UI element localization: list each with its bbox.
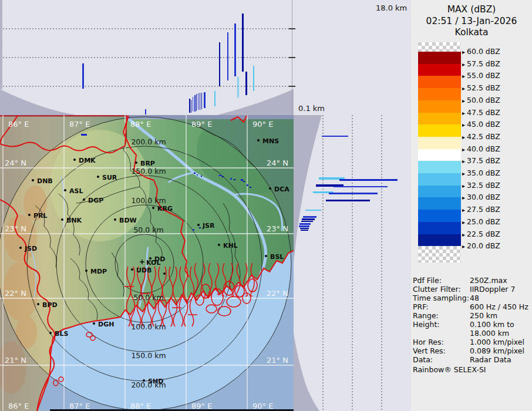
- info-value: 1.000 km/pixel: [470, 338, 524, 346]
- echo-bar: [299, 225, 309, 227]
- echo-bar: [305, 210, 321, 211]
- radar-display-window: 18.0 km 0.1 km: [0, 0, 532, 411]
- info-value: 600 Hz / 450 Hz: [470, 302, 528, 311]
- echo-pixel: [250, 187, 251, 188]
- scale-tick-arrow-icon: ▸: [462, 73, 465, 79]
- city-label: BRP: [140, 160, 155, 167]
- echo-bar: [302, 218, 315, 220]
- xz-projection-plot: [0, 0, 294, 115]
- range-ring-label: 100.0 km: [131, 196, 166, 205]
- scale-label: 35.0 dBZ: [467, 169, 500, 177]
- height-tick: [289, 57, 295, 58]
- info-value: 250 km: [470, 311, 497, 320]
- min-height-label: 0.1 km: [298, 104, 325, 113]
- city-label: BLS: [55, 330, 68, 338]
- city-marker: [152, 207, 154, 209]
- scale-label-row: ▸60.0 dBZ: [462, 47, 500, 56]
- latitude-label: 22° N: [267, 289, 288, 298]
- city-marker: [73, 159, 76, 161]
- scale-label: 20.0 dBZ: [467, 241, 500, 250]
- longitude-label: 89° E: [191, 402, 212, 410]
- colorbar-cell: [418, 186, 461, 198]
- city-label: BSL: [270, 253, 284, 261]
- city-marker: [97, 176, 99, 178]
- info-row: PRF:600 Hz / 450 Hz: [413, 302, 532, 311]
- range-ring-label: 100.0 km: [131, 322, 166, 331]
- echo-bar: [194, 95, 196, 112]
- scan-datetime: 02:51 / 13-Jan-2026: [411, 16, 532, 28]
- info-row: Pdf File:250Z.max: [413, 276, 532, 285]
- range-ring-label: 150.0 km: [131, 167, 166, 176]
- echo-pixel: [243, 181, 245, 182]
- scale-tick-arrow-icon: ▸: [462, 134, 465, 140]
- city-label: MDP: [90, 268, 107, 275]
- echo-bar: [301, 221, 313, 222]
- colorbar-cell: [418, 76, 461, 88]
- city-marker: [32, 179, 34, 181]
- city-label: JSR: [202, 222, 215, 230]
- echo-bar: [253, 66, 254, 91]
- scale-tick-arrow-icon: ▸: [462, 122, 465, 128]
- info-row: Height:0.100 km to: [413, 320, 532, 329]
- legend-panel: MAX (dBZ) 02:51 / 13-Jan-2026 Kolkata ▸6…: [411, 0, 532, 411]
- beam-shadow-left-edge: [0, 0, 2, 89]
- software-name: Rainbow® SELEX-SI: [413, 365, 486, 374]
- info-value: 250Z.max: [470, 276, 507, 285]
- scale-label: 27.5 dBZ: [467, 205, 500, 214]
- city-label: JSD: [24, 245, 37, 252]
- city-label: BDW: [119, 217, 137, 224]
- scale-label-row: ▸47.5 dBZ: [462, 108, 500, 117]
- scale-label: 57.5 dBZ: [467, 59, 500, 68]
- echo-bar: [322, 136, 348, 137]
- city-marker: [114, 218, 116, 221]
- echo-bar: [200, 93, 200, 110]
- scale-label-row: ▸40.0 dBZ: [462, 144, 500, 153]
- echo-bar: [191, 100, 191, 113]
- scale-label: 25.0 dBZ: [467, 217, 500, 226]
- info-label: Clutter Filter:: [413, 285, 470, 294]
- colorbar-cell: [418, 64, 461, 76]
- colorbar-cell: [418, 124, 461, 137]
- echo-bar: [299, 223, 311, 225]
- colorbar-cell: [418, 52, 461, 64]
- echo-bar: [303, 216, 316, 218]
- scale-label-row: ▸25.0 dBZ: [462, 217, 500, 226]
- range-ring-label: 50.0 km: [133, 225, 163, 234]
- xz-projection-panel: [0, 0, 294, 115]
- city-label: KHL: [223, 242, 238, 250]
- height-tick: [289, 86, 295, 87]
- beam-shadow-north: [294, 115, 322, 262]
- zy-projection-plot: [294, 115, 411, 411]
- info-row: Clutter Filter:IIRDoppler 7: [413, 285, 532, 294]
- scale-label: 32.5 dBZ: [467, 181, 500, 190]
- info-label: Pdf File:: [413, 276, 470, 285]
- scale-label-row: ▸57.5 dBZ: [462, 59, 500, 68]
- latitude-label: 21° N: [5, 356, 26, 365]
- longitude-label: 87° E: [69, 120, 90, 129]
- city-marker: [218, 244, 220, 246]
- latitude-label: 23° N: [267, 224, 288, 233]
- city-marker: [61, 218, 63, 221]
- info-value: 0.089 km/pixel: [470, 346, 524, 355]
- colorbar-cell: [418, 137, 461, 149]
- echo-bar: [198, 93, 198, 110]
- legend-title-block: MAX (dBZ) 02:51 / 13-Jan-2026 Kolkata: [411, 4, 532, 39]
- height-tick: [289, 28, 295, 29]
- scale-tick-arrow-icon: ▸: [462, 194, 465, 201]
- scale-tick-arrow-icon: ▸: [462, 146, 465, 153]
- scale-tick-arrow-icon: ▸: [462, 110, 465, 116]
- scale-label: 47.5 dBZ: [467, 108, 500, 117]
- city-marker: [197, 224, 200, 226]
- city-label: PRL: [33, 212, 48, 220]
- info-row: 18.000 km: [413, 329, 532, 338]
- scale-tick-arrow-icon: ▸: [462, 85, 465, 92]
- echo-bar: [196, 94, 197, 111]
- scale-tick-arrow-icon: ▸: [462, 158, 465, 164]
- scale-label-row: ▸30.0 dBZ: [462, 193, 500, 201]
- product-title: MAX (dBZ): [411, 4, 532, 16]
- latitude-label: 24° N: [5, 159, 26, 167]
- echo-bar: [300, 228, 309, 229]
- scale-label: 40.0 dBZ: [467, 144, 500, 153]
- colorbar-cell: [418, 197, 461, 210]
- city-marker: [163, 272, 166, 275]
